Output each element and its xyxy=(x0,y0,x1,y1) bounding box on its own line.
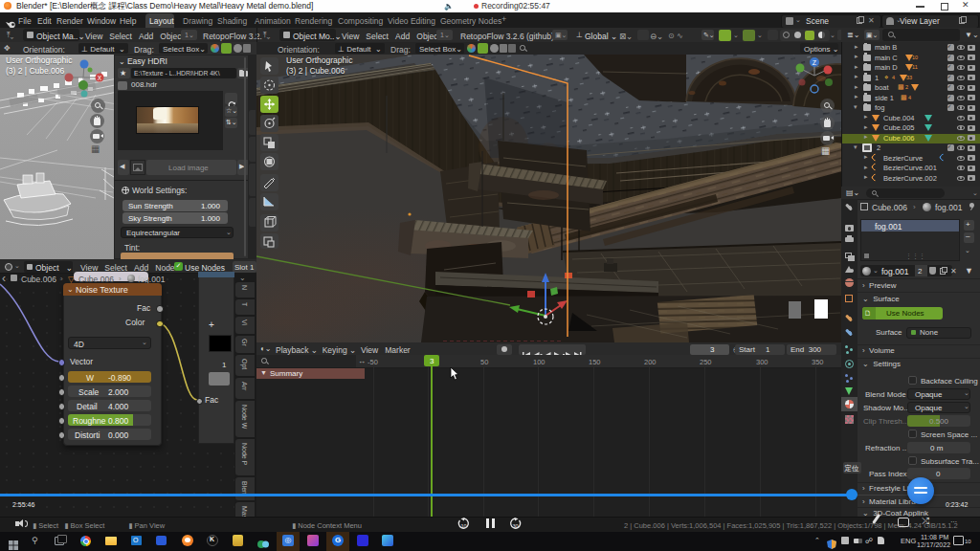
svg-text:X: X xyxy=(98,75,102,81)
svg-text:10: 10 xyxy=(460,523,466,529)
svg-text:30: 30 xyxy=(512,523,518,529)
svg-text:Z: Z xyxy=(813,59,817,66)
